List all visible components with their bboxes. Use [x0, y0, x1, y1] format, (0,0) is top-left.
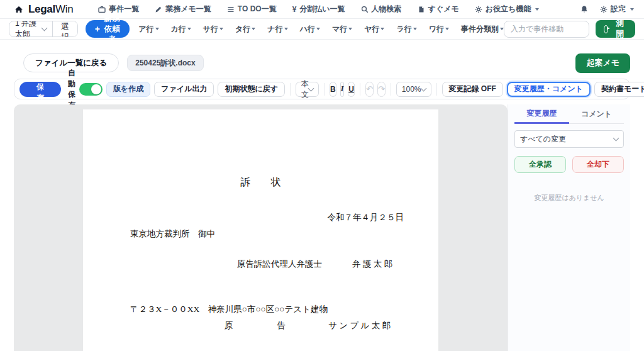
- undo-icon: ↶: [366, 84, 373, 94]
- category-label: 事件分類別: [461, 24, 499, 35]
- autosave-toggle[interactable]: [79, 83, 103, 96]
- kana-label: ヤ行: [364, 24, 379, 35]
- change-filter-value: すべての変更: [520, 134, 566, 145]
- pencil-icon: [155, 6, 162, 13]
- nav-todo-list[interactable]: TO DO一覧: [227, 4, 277, 14]
- case-select-button[interactable]: 選択: [52, 21, 77, 36]
- nav-useful-features[interactable]: お役立ち機能: [475, 4, 540, 14]
- doc-address: 〒２３X－００XX 神奈川県○市○○区○○テスト建物: [83, 303, 438, 316]
- track-changes-button[interactable]: 変更記録 OFF: [442, 82, 503, 97]
- panel-tabs: 変更履歴 コメント: [514, 104, 624, 124]
- undo-button[interactable]: ↶: [365, 82, 374, 97]
- divider: [324, 83, 325, 96]
- kana-menu-ya[interactable]: ヤ行: [364, 24, 384, 35]
- case-move-input[interactable]: [504, 21, 589, 38]
- file-bar: ファイル一覧に戻る 250425訴状.docx 起案メモ: [23, 53, 630, 72]
- kana-label: サ行: [203, 24, 218, 35]
- zoom-value: 100%: [402, 85, 421, 94]
- kana-menu-ka[interactable]: カ行: [171, 24, 191, 35]
- nav-memo-list[interactable]: 業務メモ一覧: [155, 4, 211, 14]
- italic-button[interactable]: I: [340, 82, 345, 97]
- tab-comments[interactable]: コメント: [569, 104, 624, 123]
- kana-menu-ha[interactable]: ハ行: [300, 24, 320, 35]
- kana-menu-wa[interactable]: ワ行: [429, 24, 449, 35]
- nav-label: 業務メモ一覧: [165, 4, 211, 14]
- chevron-down-icon: [380, 28, 384, 30]
- reject-all-button[interactable]: 全却下: [572, 156, 624, 173]
- chevron-down-icon: [252, 28, 255, 30]
- doc-attorney-label: 原告訴訟代理人弁護士: [237, 259, 322, 269]
- kana-label: カ行: [171, 24, 186, 35]
- filename-badge: 250425訴状.docx: [127, 55, 203, 71]
- case-select-value: 1 弁護太郎: [15, 21, 42, 37]
- nav-label: TO DO一覧: [238, 4, 277, 14]
- editor-toolbar: 保存 自動保存 版を作成 ファイル出力 初期状態に戻す 本文 B I U ↶ ↷…: [14, 79, 630, 99]
- chevron-down-icon: [284, 28, 288, 30]
- note-icon: [418, 6, 425, 13]
- chevron-down-icon: [445, 28, 449, 30]
- kana-label: ナ行: [267, 24, 282, 35]
- timer-start-label: 計測開始: [613, 8, 627, 50]
- paragraph-style-value: 本文: [301, 79, 309, 100]
- kana-label: ハ行: [300, 24, 315, 35]
- kana-menu-ra[interactable]: ラ行: [396, 24, 416, 35]
- doc-attorney-line: 原告訴訟代理人弁護士弁 護 太 郎: [83, 258, 438, 270]
- approve-all-button[interactable]: 全承認: [514, 156, 566, 173]
- contract-mode-button[interactable]: 契約書モード: [594, 82, 644, 97]
- nav-quick-memo[interactable]: すぐメモ: [418, 4, 459, 14]
- doc-party-line: 原告サ ン プ ル 太 郎: [83, 320, 438, 332]
- kana-label: タ行: [235, 24, 250, 35]
- file-export-button[interactable]: ファイル出力: [154, 82, 214, 97]
- kana-menu-na[interactable]: ナ行: [267, 24, 287, 35]
- kana-label: ワ行: [429, 24, 444, 35]
- tab-change-history[interactable]: 変更履歴: [514, 104, 569, 124]
- case-bar: 1 弁護太郎 選択 + 新規依頼者 ア行 カ行 サ行 タ行 ナ行 ハ行 マ行 ヤ…: [0, 19, 644, 40]
- document-canvas: 訴 状 令和７年４月２５日 東京地方裁判所 御中 原告訴訟代理人弁護士弁 護 太…: [14, 104, 508, 351]
- chevron-down-icon: [155, 28, 159, 30]
- list-icon: [227, 6, 235, 13]
- empty-history-message: 変更履歴はありません: [514, 193, 624, 203]
- zoom-select[interactable]: 100%: [396, 82, 431, 97]
- nav-person-search[interactable]: 人物検索: [361, 4, 402, 14]
- chevron-down-icon: [613, 135, 619, 142]
- new-client-label: 新規依頼者: [104, 13, 120, 45]
- chevron-down-icon: [630, 8, 634, 11]
- kana-menu-ma[interactable]: マ行: [332, 24, 352, 35]
- document-page[interactable]: 訴 状 令和７年４月２５日 東京地方裁判所 御中 原告訴訟代理人弁護士弁 護 太…: [83, 109, 438, 351]
- save-button[interactable]: 保存: [19, 82, 61, 97]
- paragraph-style-select[interactable]: 本文: [296, 82, 319, 97]
- new-client-button[interactable]: + 新規依頼者: [86, 20, 130, 38]
- app-logo[interactable]: LegalWin: [14, 3, 73, 16]
- workspace: 訴 状 令和７年４月２５日 東京地方裁判所 御中 原告訴訟代理人弁護士弁 護 太…: [14, 104, 644, 351]
- kana-menu-a[interactable]: ア行: [138, 24, 158, 35]
- plus-icon: +: [95, 25, 100, 33]
- create-version-button[interactable]: 版を作成: [106, 82, 150, 97]
- underline-button[interactable]: U: [348, 82, 355, 97]
- home-icon: [14, 4, 24, 14]
- divider: [391, 83, 391, 96]
- nav-installments-list[interactable]: ¥ 分割払い一覧: [292, 4, 345, 14]
- change-filter-select[interactable]: すべての変更: [514, 130, 624, 148]
- bold-button[interactable]: B: [330, 82, 336, 97]
- history-comments-button[interactable]: 変更履歴・コメント: [507, 82, 591, 97]
- history-panel: 変更履歴 コメント すべての変更 全承認 全却下 変更履歴はありません: [508, 104, 630, 351]
- case-select-group: 1 弁護太郎 選択: [9, 21, 78, 37]
- nav-label: 人物検索: [372, 4, 402, 14]
- chevron-down-icon: [348, 28, 352, 30]
- redo-button[interactable]: ↷: [377, 82, 386, 97]
- nav-label: お役立ち機能: [486, 4, 531, 14]
- doc-attorney-name: 弁 護 太 郎: [352, 259, 392, 269]
- timer-start-button[interactable]: 計測開始: [596, 20, 635, 38]
- kana-menu-ta[interactable]: タ行: [235, 24, 255, 35]
- doc-title: 訴 状: [83, 176, 438, 189]
- top-navigation: LegalWin 事件一覧 業務メモ一覧 TO DO一覧 ¥ 分割払い一覧: [0, 0, 644, 19]
- bell-icon[interactable]: [580, 5, 589, 14]
- case-category-menu[interactable]: 事件分類別: [461, 24, 504, 35]
- case-select[interactable]: 1 弁護太郎: [9, 21, 52, 36]
- chevron-down-icon: [535, 8, 539, 11]
- kana-menu-sa[interactable]: サ行: [203, 24, 223, 35]
- brand-text-bold: Legal: [28, 3, 55, 15]
- draft-memo-button[interactable]: 起案メモ: [575, 53, 630, 73]
- divider: [360, 83, 360, 96]
- reset-button[interactable]: 初期状態に戻す: [218, 82, 285, 97]
